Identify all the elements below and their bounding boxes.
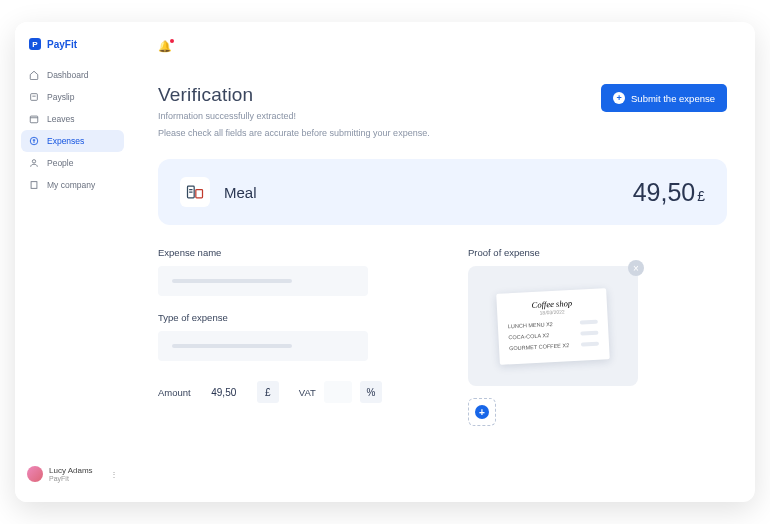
payslip-icon — [29, 92, 39, 102]
calendar-icon — [29, 114, 39, 124]
add-receipt-button[interactable]: + — [468, 398, 496, 426]
sidebar-item-label: Leaves — [47, 114, 74, 124]
user-subtitle: PayFit — [49, 475, 93, 482]
amount-input[interactable] — [201, 387, 247, 398]
sidebar-item-label: My company — [47, 180, 95, 190]
expense-name-label: Expense name — [158, 247, 418, 258]
sidebar-item-label: People — [47, 158, 73, 168]
vat-label: VAT — [299, 387, 316, 398]
svg-rect-10 — [196, 190, 203, 198]
page-title: Verification — [158, 84, 430, 106]
brand-logo: P — [29, 38, 41, 50]
page-header: Verification Information successfully ex… — [158, 84, 727, 139]
sidebar-item-label: Expenses — [47, 136, 84, 146]
plus-icon: + — [475, 405, 489, 419]
expense-category: Meal — [224, 184, 257, 201]
proof-label: Proof of expense — [468, 247, 658, 258]
page-subtitle-line2: Please check all fields are accurate bef… — [158, 127, 430, 140]
receipt-line-label: GOURMET COFFEE X2 — [509, 342, 569, 351]
receipt-line-label: COCA-COLA X2 — [508, 332, 549, 340]
receipt-thumbnail: Coffee shop 18/03/2022 LUNCH MENU X2 COC… — [496, 288, 610, 365]
avatar — [27, 466, 43, 482]
placeholder-skeleton — [172, 279, 292, 283]
company-icon — [29, 180, 39, 190]
app-window: P PayFit Dashboard Payslip Leaves — [15, 22, 755, 502]
placeholder-skeleton — [172, 344, 292, 348]
vat-input[interactable] — [324, 381, 352, 403]
expense-name-input[interactable] — [158, 266, 368, 296]
sidebar-item-label: Payslip — [47, 92, 74, 102]
receipt-line: GOURMET COFFEE X2 — [509, 340, 599, 351]
main-content: 🔔 Verification Information successfully … — [130, 22, 755, 502]
amount-label: Amount — [158, 387, 191, 398]
people-icon — [29, 158, 39, 168]
receipt-line-label: LUNCH MENU X2 — [508, 321, 553, 329]
expense-type-label: Type of expense — [158, 312, 418, 323]
expense-total: 49,50£ — [633, 178, 705, 207]
expenses-icon — [29, 136, 39, 146]
svg-rect-2 — [30, 116, 38, 123]
notification-bell-icon[interactable]: 🔔 — [158, 40, 172, 53]
close-icon: × — [633, 263, 639, 274]
expense-type-input[interactable] — [158, 331, 368, 361]
receipt-line: LUNCH MENU X2 — [508, 318, 598, 329]
sidebar: P PayFit Dashboard Payslip Leaves — [15, 22, 130, 502]
user-name: Lucy Adams — [49, 466, 93, 475]
submit-expense-button[interactable]: + Submit the expense — [601, 84, 727, 112]
svg-point-5 — [32, 160, 35, 163]
chevron-updown-icon: ⋮ — [110, 470, 118, 479]
meal-category-icon — [180, 177, 210, 207]
sidebar-item-people[interactable]: People — [15, 152, 130, 174]
sidebar-item-expenses[interactable]: Expenses — [21, 130, 124, 152]
brand: P PayFit — [15, 34, 130, 64]
expense-summary-card: Meal 49,50£ — [158, 159, 727, 225]
user-menu[interactable]: Lucy Adams PayFit ⋮ — [15, 458, 130, 490]
topbar: 🔔 — [158, 34, 727, 58]
amount-currency-badge: £ — [257, 381, 279, 403]
home-icon — [29, 70, 39, 80]
submit-button-label: Submit the expense — [631, 93, 715, 104]
receipt-price-skeleton — [581, 341, 599, 346]
svg-rect-0 — [31, 94, 38, 101]
expense-amount-value: 49,50 — [633, 178, 696, 206]
sidebar-item-dashboard[interactable]: Dashboard — [15, 64, 130, 86]
sidebar-nav: Dashboard Payslip Leaves Expenses — [15, 64, 130, 458]
expense-currency: £ — [697, 188, 705, 204]
receipt-price-skeleton — [580, 330, 598, 335]
user-meta: Lucy Adams PayFit — [49, 466, 93, 482]
sidebar-item-label: Dashboard — [47, 70, 89, 80]
sidebar-item-company[interactable]: My company — [15, 174, 130, 196]
svg-rect-6 — [31, 182, 37, 189]
receipt-line: COCA-COLA X2 — [508, 329, 598, 340]
sidebar-item-payslip[interactable]: Payslip — [15, 86, 130, 108]
brand-name: PayFit — [47, 39, 77, 50]
plus-circle-icon: + — [613, 92, 625, 104]
receipt-price-skeleton — [580, 319, 598, 324]
receipt-preview[interactable]: × Coffee shop 18/03/2022 LUNCH MENU X2 C… — [468, 266, 638, 386]
remove-receipt-button[interactable]: × — [628, 260, 644, 276]
sidebar-item-leaves[interactable]: Leaves — [15, 108, 130, 130]
vat-unit-badge: % — [360, 381, 382, 403]
expense-form: Expense name Type of expense Amount £ VA… — [158, 247, 727, 426]
page-subtitle-line1: Information successfully extracted! — [158, 110, 430, 123]
